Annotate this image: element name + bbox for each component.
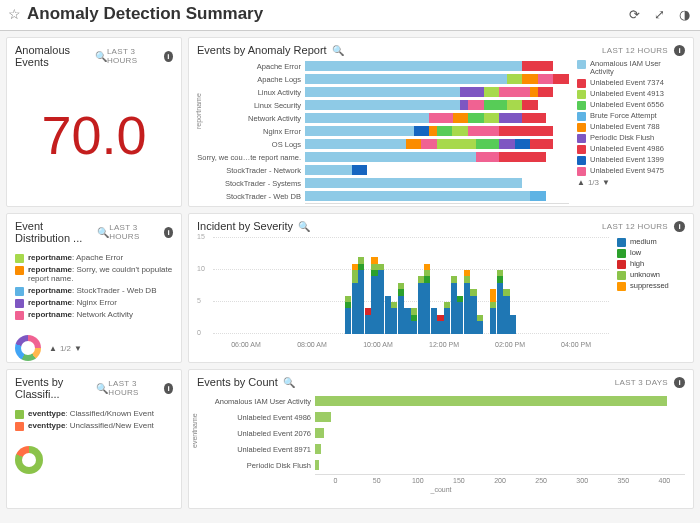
legend-item[interactable]: suppressed xyxy=(617,282,685,291)
legend-item[interactable]: Unlabeled Event 6556 xyxy=(577,101,685,110)
legend-label: Periodic Disk Flush xyxy=(590,134,654,142)
legend-swatch xyxy=(15,422,24,431)
legend-item[interactable]: Anomalous IAM User Activity xyxy=(577,60,685,77)
bar-segment xyxy=(305,113,429,123)
legend-label: reportname: StockTrader - Web DB xyxy=(28,287,156,296)
legend-item[interactable]: Brute Force Attempt xyxy=(577,112,685,121)
bar-row: Linux Activity xyxy=(197,86,569,98)
info-icon[interactable]: i xyxy=(164,227,173,238)
legend-swatch xyxy=(15,299,24,308)
info-icon[interactable]: i xyxy=(164,51,173,62)
time-range: LAST 3 DAYS xyxy=(615,378,668,387)
legend-item[interactable]: Unlabeled Event 9475 xyxy=(577,167,685,176)
bar-category: Unlabeled Event 8971 xyxy=(197,445,315,454)
bar-segment xyxy=(305,178,522,188)
legend-item[interactable]: Unlabeled Event 7374 xyxy=(577,79,685,88)
legend-item[interactable]: reportname: Apache Error xyxy=(15,254,173,263)
magnify-icon[interactable]: 🔍 xyxy=(298,221,310,232)
magnify-icon[interactable]: 🔍 xyxy=(95,51,107,62)
bar-row: StockTrader - Web DB xyxy=(197,190,569,202)
legend-item[interactable]: reportname: StockTrader - Web DB xyxy=(15,287,173,296)
legend-label: Unlabeled Event 4913 xyxy=(590,90,664,98)
panel-anomalous-events: Anomalous Events 🔍 LAST 3 HOURS i 70.0 xyxy=(6,37,182,207)
legend-item[interactable]: eventtype: Classified/Known Event xyxy=(15,410,173,419)
info-icon[interactable]: i xyxy=(164,383,173,394)
bar-segment xyxy=(522,61,538,71)
magnify-icon[interactable]: 🔍 xyxy=(96,383,108,394)
legend-label: reportname: Sorry, we couldn't populate … xyxy=(28,266,173,284)
legend-swatch xyxy=(577,101,586,110)
export-icon[interactable]: ◑ xyxy=(679,7,690,22)
bar-row: Unlabeled Event 2076 xyxy=(197,426,685,440)
legend-swatch xyxy=(617,282,626,291)
legend-item[interactable]: eventtype: Unclassified/New Event xyxy=(15,422,173,431)
column xyxy=(464,270,470,334)
column xyxy=(503,289,509,334)
legend-item[interactable]: Unlabeled Event 788 xyxy=(577,123,685,132)
legend-item[interactable]: reportname: Network Activity xyxy=(15,311,173,320)
magnify-icon[interactable]: 🔍 xyxy=(283,377,295,388)
bar-segment xyxy=(460,100,468,110)
bar-row: Linux Security xyxy=(197,99,569,111)
legend-item[interactable]: Periodic Disk Flush xyxy=(577,134,685,143)
bar-segment xyxy=(484,100,507,110)
legend-label: Unlabeled Event 4986 xyxy=(590,145,664,153)
legend-swatch xyxy=(15,254,24,263)
info-icon[interactable]: i xyxy=(674,221,685,232)
legend-item[interactable]: reportname: Sorry, we couldn't populate … xyxy=(15,266,173,284)
panel-events-by-count: Events by Count 🔍 LAST 3 DAYS i eventnam… xyxy=(188,369,694,509)
bar-category: StockTrader - Systems xyxy=(197,179,305,188)
pager-prev-icon[interactable]: ▲ xyxy=(577,178,585,187)
bar-track xyxy=(305,113,569,123)
pager-next-icon[interactable]: ▼ xyxy=(74,344,82,353)
bar-category: Linux Activity xyxy=(197,88,305,97)
legend-item[interactable]: high xyxy=(617,260,685,269)
page-title: Anomaly Detection Summary xyxy=(27,4,263,24)
magnify-icon[interactable]: 🔍 xyxy=(332,45,344,56)
y-axis-label: eventname xyxy=(191,413,198,448)
refresh-icon[interactable]: ⟳ xyxy=(629,7,640,22)
legend-label: Brute Force Attempt xyxy=(590,112,657,120)
column xyxy=(398,283,404,334)
bar-category: Network Activity xyxy=(197,114,305,123)
legend-item[interactable]: low xyxy=(617,249,685,258)
bar-segment xyxy=(499,87,530,97)
bar-row: Unlabeled Event 4986 xyxy=(197,410,685,424)
bar-category: Apache Logs xyxy=(197,75,305,84)
y-axis-label: reportname xyxy=(195,93,202,129)
donut-chart xyxy=(15,446,43,474)
bar-row: Periodic Disk Flush xyxy=(197,458,685,472)
legend-item[interactable]: reportname: Nginx Error xyxy=(15,299,173,308)
chart-legend: reportname: Apache Errorreportname: Sorr… xyxy=(7,248,181,331)
legend-item[interactable]: Unlabeled Event 1399 xyxy=(577,156,685,165)
pager-next-icon[interactable]: ▼ xyxy=(602,178,610,187)
panel-incident-by-severity: Incident by Severity 🔍 LAST 12 HOURS i 0… xyxy=(188,213,694,363)
legend-item[interactable]: medium xyxy=(617,238,685,247)
legend-swatch xyxy=(577,60,586,69)
legend-item[interactable]: unknown xyxy=(617,271,685,280)
panel-title: Event Distribution ... xyxy=(15,220,92,244)
bar-segment xyxy=(538,74,554,84)
info-icon[interactable]: i xyxy=(674,377,685,388)
bar-segment xyxy=(553,74,569,84)
bar-row: Apache Error xyxy=(197,60,569,72)
favorite-star-icon[interactable]: ☆ xyxy=(8,6,21,22)
bar-segment xyxy=(305,74,507,84)
column xyxy=(404,308,410,334)
legend-swatch xyxy=(577,112,586,121)
bar-segment xyxy=(406,139,422,149)
column xyxy=(385,296,391,334)
horizontal-bar-chart: eventname Anomalous IAM User ActivityUnl… xyxy=(189,392,693,503)
magnify-icon[interactable]: 🔍 xyxy=(97,227,109,238)
legend-item[interactable]: Unlabeled Event 4913 xyxy=(577,90,685,99)
pager-prev-icon[interactable]: ▲ xyxy=(49,344,57,353)
fullscreen-icon[interactable]: ⤢ xyxy=(654,7,665,22)
panel-title: Events by Count xyxy=(197,376,278,388)
bar-segment xyxy=(453,113,469,123)
legend-label: unknown xyxy=(630,271,660,279)
info-icon[interactable]: i xyxy=(674,45,685,56)
legend-item[interactable]: Unlabeled Event 4986 xyxy=(577,145,685,154)
legend-label: Unlabeled Event 788 xyxy=(590,123,660,131)
bar-category: Nginx Error xyxy=(197,127,305,136)
legend-swatch xyxy=(577,134,586,143)
